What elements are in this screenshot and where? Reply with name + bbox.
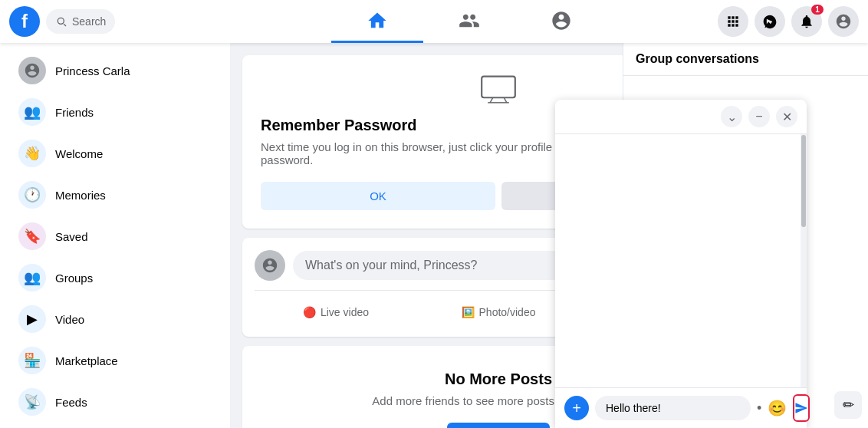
chat-emoji-button[interactable]: 😊	[768, 399, 787, 417]
user-avatar-icon	[835, 13, 852, 30]
marketplace-label: Marketplace	[55, 354, 118, 367]
chat-dot: •	[757, 400, 761, 416]
sidebar-item-events[interactable]: ⭐ Events	[6, 423, 224, 428]
sidebar-item-groups[interactable]: 👥 Groups	[6, 258, 224, 298]
chat-input[interactable]	[595, 396, 751, 420]
notification-count: 1	[811, 5, 824, 15]
search-placeholder: Search	[72, 15, 106, 28]
user-avatar-button[interactable]	[828, 6, 859, 37]
search-box[interactable]: Search	[46, 9, 115, 34]
chat-scrollbar[interactable]	[801, 134, 807, 387]
user-avatar	[18, 57, 46, 84]
live-video-button[interactable]: 🔴 Live video	[255, 300, 417, 324]
chat-popup: ⌄ − ✕ + • 😊	[555, 100, 807, 428]
collapse-icon: −	[755, 110, 762, 123]
sidebar-item-user[interactable]: Princess Carla	[6, 51, 224, 91]
marketplace-icon: 🏪	[18, 347, 46, 374]
ok-button[interactable]: OK	[261, 182, 495, 210]
group-conversations-header: Group conversations	[623, 43, 868, 76]
chat-minimize-button[interactable]: ⌄	[721, 106, 742, 127]
chat-edit-button[interactable]: ✏	[834, 391, 862, 419]
user-name-label: Princess Carla	[55, 64, 130, 77]
messenger-icon	[762, 14, 778, 29]
top-navigation: f Search	[0, 0, 868, 43]
nav-center	[230, 0, 709, 43]
home-icon	[367, 10, 388, 31]
friends-label: Friends	[55, 106, 94, 119]
close-icon: ✕	[782, 110, 792, 124]
send-icon	[794, 401, 808, 415]
photo-video-label: Photo/video	[479, 306, 536, 318]
bell-icon	[799, 14, 814, 29]
nav-home-button[interactable]	[331, 0, 423, 43]
memories-icon: 🕐	[18, 181, 46, 209]
post-avatar	[255, 250, 285, 281]
groups-icon: 👥	[18, 264, 46, 291]
feeds-label: Feeds	[55, 396, 87, 409]
facebook-logo[interactable]: f	[9, 6, 40, 37]
nav-profile-button[interactable]	[515, 0, 607, 43]
chat-body	[555, 134, 807, 387]
video-label: Video	[55, 313, 84, 326]
notifications-button[interactable]: 1	[791, 6, 822, 37]
profile-icon	[551, 10, 572, 31]
sidebar-item-feeds[interactable]: 📡 Feeds	[6, 382, 224, 422]
groups-label: Groups	[55, 272, 93, 285]
sidebar-item-welcome[interactable]: 👋 Welcome	[6, 133, 224, 173]
video-icon: ▶	[18, 305, 46, 333]
chat-send-button[interactable]	[793, 394, 810, 422]
search-icon	[55, 15, 67, 28]
feeds-icon: 📡	[18, 388, 46, 416]
sidebar-item-video[interactable]: ▶ Video	[6, 299, 224, 339]
messenger-button[interactable]	[755, 6, 785, 37]
chat-header: ⌄ − ✕	[555, 100, 807, 134]
find-friends-button[interactable]: Find friends	[447, 423, 550, 428]
nav-right: 1	[709, 6, 868, 37]
photo-video-icon: 🖼️	[462, 306, 475, 318]
edit-icon: ✏	[843, 397, 854, 413]
live-video-label: Live video	[321, 306, 369, 318]
memories-label: Memories	[55, 189, 106, 202]
saved-label: Saved	[55, 230, 88, 243]
saved-icon: 🔖	[18, 222, 46, 250]
friends-icon: 👥	[18, 98, 46, 126]
sidebar-item-marketplace[interactable]: 🏪 Marketplace	[6, 341, 224, 380]
svg-rect-0	[482, 77, 515, 98]
grid-icon	[725, 14, 741, 29]
live-video-icon: 🔴	[303, 306, 316, 318]
add-icon: +	[572, 400, 581, 417]
nav-friends-button[interactable]	[423, 0, 515, 43]
welcome-icon: 👋	[18, 140, 46, 167]
people-icon	[459, 10, 480, 31]
welcome-label: Welcome	[55, 147, 103, 160]
chat-collapse-button[interactable]: −	[748, 106, 770, 127]
chat-close-button[interactable]: ✕	[776, 106, 797, 127]
nav-left: f Search	[0, 6, 230, 37]
sidebar: Princess Carla 👥 Friends 👋 Welcome 🕐 Mem…	[0, 43, 230, 428]
scrollbar-thumb	[801, 135, 806, 227]
grid-menu-button[interactable]	[718, 6, 748, 37]
sidebar-item-saved[interactable]: 🔖 Saved	[6, 216, 224, 256]
sidebar-item-memories[interactable]: 🕐 Memories	[6, 175, 224, 215]
minimize-icon: ⌄	[727, 110, 737, 124]
chat-add-button[interactable]: +	[564, 396, 589, 420]
monitor-icon	[475, 74, 521, 104]
chat-footer: + • 😊	[555, 387, 807, 428]
sidebar-item-friends[interactable]: 👥 Friends	[6, 92, 224, 132]
